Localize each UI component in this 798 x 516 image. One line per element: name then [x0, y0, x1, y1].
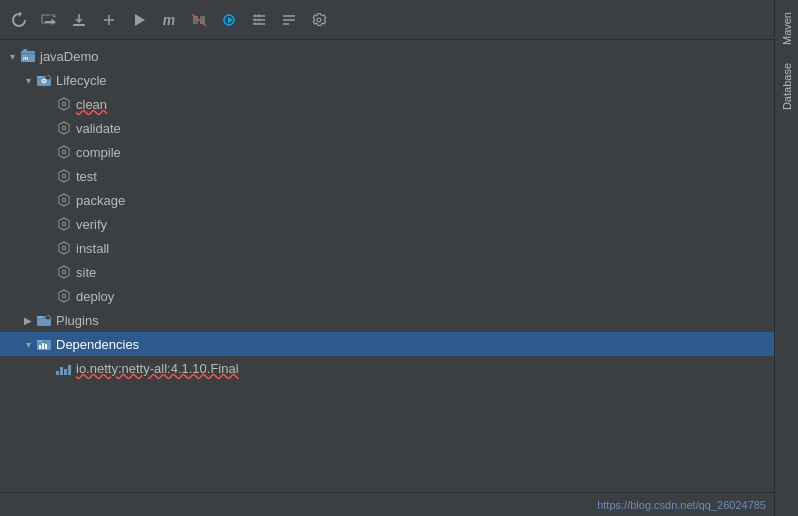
- download-button[interactable]: [66, 7, 92, 33]
- power-button[interactable]: [216, 7, 242, 33]
- svg-point-28: [62, 150, 66, 154]
- lifecycle-item-package[interactable]: package: [0, 188, 774, 212]
- maven-tree: ▾ m javaDemo ▾: [0, 40, 774, 492]
- settings-button[interactable]: [306, 7, 332, 33]
- reimport-button[interactable]: [36, 7, 62, 33]
- lifecycle-arrow[interactable]: ▾: [20, 72, 36, 88]
- package-gear-icon: [56, 192, 72, 208]
- svg-rect-39: [37, 340, 42, 342]
- lifecycle-icon: [36, 72, 52, 88]
- maven-settings-button[interactable]: m: [156, 7, 182, 33]
- svg-point-29: [62, 174, 66, 178]
- svg-text:m: m: [23, 55, 28, 61]
- dependency-item-netty[interactable]: io.netty:netty-all:4.1.10.Final: [0, 356, 774, 380]
- lifecycle-item-install[interactable]: install: [0, 236, 774, 260]
- svg-rect-42: [45, 344, 47, 349]
- svg-rect-43: [56, 371, 59, 375]
- svg-point-26: [62, 102, 66, 106]
- lifecycle-label: Lifecycle: [56, 73, 107, 88]
- lifecycle-item-clean[interactable]: clean: [0, 92, 774, 116]
- svg-rect-46: [68, 365, 71, 375]
- svg-rect-44: [60, 367, 63, 375]
- svg-point-31: [62, 222, 66, 226]
- validate-gear-icon: [56, 120, 72, 136]
- svg-rect-40: [39, 345, 41, 349]
- project-label: javaDemo: [40, 49, 99, 64]
- lifecycle-item-compile[interactable]: compile: [0, 140, 774, 164]
- site-gear-icon: [56, 264, 72, 280]
- svg-point-17: [317, 18, 321, 22]
- svg-rect-45: [64, 369, 67, 375]
- dependencies-arrow[interactable]: ▾: [20, 336, 36, 352]
- svg-rect-36: [37, 316, 42, 318]
- dependencies-icon: [36, 336, 52, 352]
- skip-tests-button[interactable]: [186, 7, 212, 33]
- compile-gear-icon: [56, 144, 72, 160]
- svg-point-33: [62, 270, 66, 274]
- install-label: install: [76, 241, 109, 256]
- plugins-label: Plugins: [56, 313, 99, 328]
- plugins-arrow[interactable]: ▶: [20, 312, 36, 328]
- lifecycle-item-test[interactable]: test: [0, 164, 774, 188]
- svg-point-34: [62, 294, 66, 298]
- svg-rect-41: [42, 343, 44, 349]
- phases-button[interactable]: [246, 7, 272, 33]
- add-button[interactable]: [96, 7, 122, 33]
- database-tab[interactable]: Database: [779, 55, 795, 118]
- svg-marker-3: [135, 14, 145, 26]
- dependencies-node[interactable]: ▾ Dependencies: [0, 332, 774, 356]
- svg-point-27: [62, 126, 66, 130]
- project-arrow[interactable]: ▾: [4, 48, 20, 64]
- validate-label: validate: [76, 121, 121, 136]
- goals-button[interactable]: [276, 7, 302, 33]
- svg-point-30: [62, 198, 66, 202]
- svg-rect-19: [21, 53, 35, 54]
- toolbar: m: [0, 0, 774, 40]
- svg-marker-8: [228, 17, 233, 23]
- main-panel: m: [0, 0, 774, 516]
- run-button[interactable]: [126, 7, 152, 33]
- plugins-node[interactable]: ▶ Plugins: [0, 308, 774, 332]
- right-sidebar: Maven Database: [774, 0, 798, 516]
- svg-rect-20: [23, 49, 27, 52]
- clean-gear-icon: [56, 96, 72, 112]
- compile-label: compile: [76, 145, 121, 160]
- deploy-gear-icon: [56, 288, 72, 304]
- site-label: site: [76, 265, 96, 280]
- svg-rect-2: [73, 24, 85, 26]
- status-url: https://blog.csdn.net/qq_26024785: [597, 499, 766, 511]
- project-icon: m: [20, 48, 36, 64]
- lifecycle-node[interactable]: ▾ Lifecycle: [0, 68, 774, 92]
- clean-label: clean: [76, 97, 107, 112]
- refresh-button[interactable]: [6, 7, 32, 33]
- svg-point-32: [62, 246, 66, 250]
- test-label: test: [76, 169, 97, 184]
- verify-label: verify: [76, 217, 107, 232]
- lifecycle-item-validate[interactable]: validate: [0, 116, 774, 140]
- deploy-label: deploy: [76, 289, 114, 304]
- dependencies-label: Dependencies: [56, 337, 139, 352]
- project-root[interactable]: ▾ m javaDemo: [0, 44, 774, 68]
- status-bar: https://blog.csdn.net/qq_26024785: [0, 492, 774, 516]
- svg-rect-23: [37, 76, 42, 78]
- netty-icon: [56, 360, 72, 376]
- plugins-icon: [36, 312, 52, 328]
- lifecycle-item-verify[interactable]: verify: [0, 212, 774, 236]
- lifecycle-item-deploy[interactable]: deploy: [0, 284, 774, 308]
- verify-gear-icon: [56, 216, 72, 232]
- test-gear-icon: [56, 168, 72, 184]
- lifecycle-item-site[interactable]: site: [0, 260, 774, 284]
- maven-tab[interactable]: Maven: [779, 4, 795, 53]
- package-label: package: [76, 193, 125, 208]
- netty-label: io.netty:netty-all:4.1.10.Final: [76, 361, 239, 376]
- install-gear-icon: [56, 240, 72, 256]
